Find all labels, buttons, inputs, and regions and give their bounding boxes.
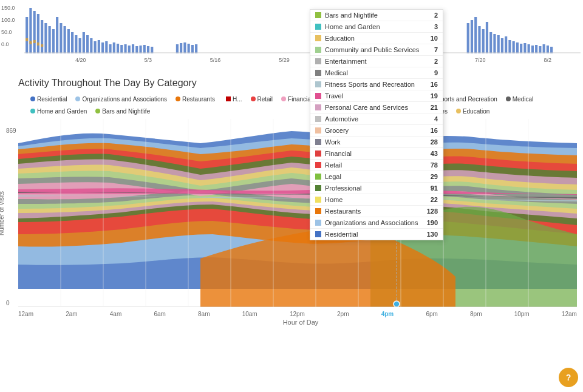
svg-rect-34 <box>176 44 179 53</box>
svg-rect-61 <box>547 46 549 53</box>
y-label-50: 50.0 <box>1 29 15 35</box>
tooltip-value: 16 <box>423 81 438 88</box>
svg-rect-31 <box>143 45 146 53</box>
tooltip-label: Work <box>325 138 423 146</box>
svg-rect-20 <box>101 42 104 53</box>
tooltip-label: Financial <box>325 150 423 157</box>
tooltip-row: Home and Garden 3 <box>310 21 443 33</box>
tooltip-value: 2 <box>423 58 438 65</box>
legend-color <box>226 96 231 101</box>
svg-rect-5 <box>44 23 47 53</box>
svg-rect-40 <box>467 23 469 53</box>
tooltip-color <box>315 104 321 110</box>
tooltip-value: 10 <box>423 35 438 42</box>
legend-label: Education <box>463 108 489 115</box>
tooltip-color <box>315 81 321 87</box>
tooltip-label: Retail <box>325 161 423 169</box>
svg-rect-50 <box>505 36 507 53</box>
svg-rect-33 <box>151 47 153 53</box>
tooltip-row: Retail 78 <box>310 160 443 171</box>
legend-label: Home and Garden <box>37 108 87 115</box>
tooltip-row: Organizations and Associations 190 <box>310 217 443 229</box>
legend-label: Financial <box>288 96 312 103</box>
tooltip-value: 4 <box>423 115 438 123</box>
svg-rect-62 <box>550 47 553 53</box>
svg-rect-1 <box>29 8 32 53</box>
tooltip-color <box>315 12 321 18</box>
svg-rect-8 <box>56 17 58 53</box>
svg-rect-47 <box>493 34 496 53</box>
tooltip-value: 22 <box>423 196 438 203</box>
svg-rect-43 <box>478 26 480 53</box>
svg-rect-21 <box>105 41 107 53</box>
svg-rect-41 <box>471 20 473 53</box>
tooltip-color <box>315 93 321 99</box>
tooltip-label: Residential <box>325 231 423 238</box>
tooltip-label: Professional <box>325 184 423 192</box>
legend-item: Home and Garden <box>30 106 87 117</box>
tooltip-color <box>315 150 321 157</box>
svg-rect-44 <box>482 29 485 53</box>
tooltip-color <box>315 174 321 180</box>
tooltip-value: 28 <box>423 138 438 146</box>
svg-rect-3 <box>37 14 39 53</box>
chat-bubble[interactable]: ? <box>559 368 578 387</box>
tooltip-color <box>315 231 321 237</box>
tooltip-color <box>315 70 321 76</box>
tooltip-value: 2 <box>423 12 438 19</box>
svg-rect-65 <box>33 40 36 43</box>
svg-rect-23 <box>113 42 115 53</box>
svg-rect-28 <box>132 44 134 53</box>
svg-rect-24 <box>117 44 119 53</box>
tooltip-color <box>315 127 321 133</box>
svg-rect-25 <box>120 45 123 53</box>
svg-rect-35 <box>180 43 182 53</box>
legend-label: Restaurants <box>182 96 215 103</box>
y-label-100: 100.0 <box>1 17 15 23</box>
tooltip-label: Home and Garden <box>325 23 423 30</box>
svg-rect-32 <box>147 46 149 53</box>
tooltip-label: Medical <box>325 69 423 76</box>
legend-color <box>95 109 100 113</box>
legend-color <box>30 96 35 101</box>
tooltip-color <box>315 197 321 203</box>
tooltip-label: Entertainment <box>325 58 423 65</box>
legend-label: Residential <box>37 96 67 103</box>
tooltip-label: Personal Care and Services <box>325 104 423 111</box>
tooltip-color <box>315 139 321 145</box>
svg-rect-48 <box>497 35 500 53</box>
svg-rect-26 <box>124 44 126 53</box>
tooltip-row: Work 28 <box>310 137 443 148</box>
legend-label: Organizations and Associations <box>82 96 167 103</box>
tooltip-label: Automotive <box>325 115 423 123</box>
svg-rect-30 <box>139 46 141 53</box>
legend-item: Financial <box>281 93 312 104</box>
legend-item: Restaurants <box>176 93 215 104</box>
svg-rect-53 <box>516 42 519 53</box>
legend-color <box>506 96 511 101</box>
legend-area: Residential Organizations and Associatio… <box>0 91 583 117</box>
svg-rect-36 <box>183 42 186 53</box>
svg-rect-7 <box>52 29 55 53</box>
tooltip-value: 190 <box>423 219 438 226</box>
y-label-150: 150.0 <box>1 5 15 11</box>
tooltip-row: Professional 91 <box>310 183 443 194</box>
y-label-0: 0.0 <box>1 41 15 47</box>
legend-item: Bars and Nightlife <box>95 106 150 117</box>
main-section: Activity Throughout The Day By Category … <box>0 73 583 392</box>
tooltip-value: 21 <box>423 104 438 111</box>
tooltip-value: 78 <box>423 161 438 169</box>
svg-rect-56 <box>528 44 530 53</box>
svg-rect-66 <box>37 42 39 46</box>
tooltip-color <box>315 24 321 30</box>
tooltip-row: Education 10 <box>310 33 443 44</box>
y-axis-labels: 150.0 100.0 50.0 0.0 <box>1 5 15 47</box>
svg-rect-22 <box>109 44 111 53</box>
legend-item: Medical <box>506 93 533 104</box>
svg-rect-6 <box>49 26 51 53</box>
tooltip-label: Travel <box>325 92 423 100</box>
tooltip-row: Financial 43 <box>310 148 443 160</box>
tooltip-value: 128 <box>423 208 438 215</box>
streamgraph-container[interactable]: 12am 2am 4am 6am 8am 10am 12pm 2pm 4pm 6… <box>18 119 583 326</box>
legend-item: Organizations and Associations <box>75 93 167 104</box>
